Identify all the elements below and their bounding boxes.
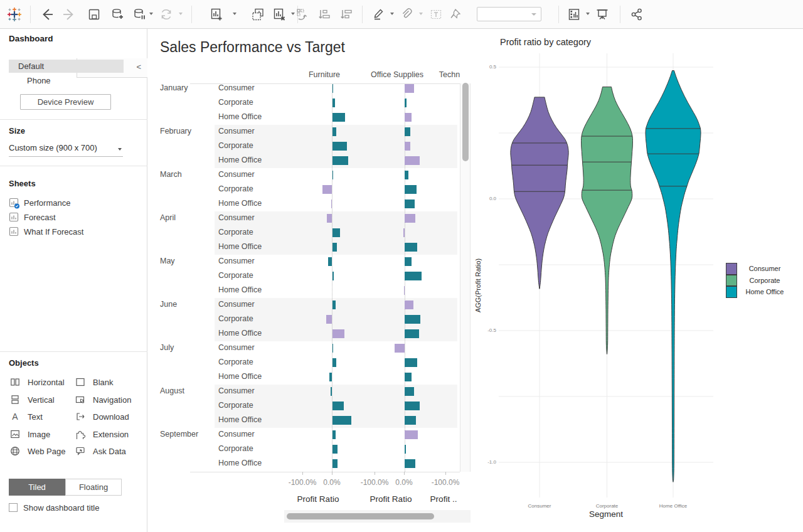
fit-selector[interactable] (477, 7, 541, 21)
violin-home-office[interactable] (646, 71, 701, 482)
sheet-item-what-if-forecast[interactable]: What If Forecast (9, 226, 134, 239)
share-button[interactable] (629, 6, 645, 23)
sheet-item-forecast[interactable]: Forecast (9, 212, 134, 225)
bar-mark[interactable] (405, 315, 420, 324)
legend-swatch-consumer[interactable] (726, 263, 737, 275)
bar-mark[interactable] (332, 98, 335, 107)
bar-mark[interactable] (405, 185, 417, 194)
presentation-mode-button[interactable] (594, 6, 610, 23)
chevron-down-icon[interactable] (419, 13, 423, 15)
chevron-down-icon[interactable] (233, 13, 237, 15)
attach-button[interactable] (398, 6, 415, 23)
sheet-item-performance[interactable]: Performance (9, 198, 134, 210)
bar-mark[interactable] (405, 214, 415, 223)
floating-button[interactable]: Floating (65, 479, 122, 496)
bar-mark[interactable] (405, 402, 420, 410)
bar-mark[interactable] (405, 301, 413, 309)
bar-mark[interactable] (327, 214, 332, 223)
bar-mark[interactable] (405, 358, 417, 367)
bar-mark[interactable] (405, 459, 415, 468)
chevron-down-icon[interactable] (390, 13, 394, 15)
sort-ascending-button[interactable] (316, 6, 332, 23)
object-item-ask-data[interactable]: Ask Data (75, 445, 136, 458)
bar-mark[interactable] (332, 430, 336, 439)
device-item-phone[interactable]: Phone (9, 74, 124, 87)
bar-mark[interactable] (405, 84, 414, 93)
bar-mark[interactable] (332, 228, 340, 237)
horizontal-scrollbar-thumb[interactable] (287, 513, 434, 519)
pause-updates-button[interactable] (131, 6, 147, 23)
vertical-scrollbar-thumb[interactable] (462, 83, 469, 161)
bar-mark[interactable] (332, 171, 334, 179)
bar-mark[interactable] (405, 387, 414, 396)
bar-mark[interactable] (329, 373, 332, 381)
new-worksheet-button[interactable] (208, 6, 225, 23)
bar-mark[interactable] (403, 228, 405, 237)
show-dashboard-title-checkbox[interactable] (9, 503, 18, 512)
bar-mark[interactable] (405, 200, 415, 208)
bar-mark[interactable] (328, 257, 332, 266)
bar-mark[interactable] (332, 329, 345, 338)
object-item-extension[interactable]: Extension (75, 428, 136, 441)
clear-sheet-button[interactable] (271, 6, 287, 23)
bar-mark[interactable] (332, 84, 334, 93)
swap-rows-columns-button[interactable] (294, 6, 311, 23)
bar-mark[interactable] (405, 257, 412, 266)
bar-mark[interactable] (322, 185, 332, 194)
device-item-default[interactable]: Default (9, 60, 124, 73)
object-item-blank[interactable]: Blank (75, 376, 136, 389)
tiled-button[interactable]: Tiled (9, 479, 65, 496)
highlight-button[interactable] (371, 6, 387, 23)
bar-mark[interactable] (332, 127, 336, 136)
bar-mark[interactable] (332, 113, 345, 122)
object-item-horizontal[interactable]: Horizontal (10, 376, 70, 389)
bar-mark[interactable] (405, 113, 412, 122)
device-preview-button[interactable]: Device Preview (20, 94, 111, 110)
size-dropdown[interactable]: Custom size (900 x 700) (9, 143, 123, 157)
object-item-text[interactable]: AText (10, 411, 70, 423)
bar-mark[interactable] (331, 200, 332, 208)
bar-mark[interactable] (405, 373, 412, 381)
bar-mark[interactable] (405, 156, 420, 165)
bar-mark[interactable] (405, 445, 406, 454)
chevron-down-icon[interactable] (586, 13, 590, 15)
bar-mark[interactable] (405, 98, 407, 107)
bar-mark[interactable] (405, 272, 422, 280)
bar-mark[interactable] (405, 142, 410, 151)
object-item-download[interactable]: Download (75, 411, 136, 423)
bar-mark[interactable] (332, 402, 344, 410)
show-me-button[interactable] (566, 6, 582, 23)
object-item-vertical[interactable]: Vertical (10, 394, 70, 407)
bar-mark[interactable] (405, 329, 419, 338)
object-item-web-page[interactable]: Web Page (10, 445, 70, 458)
bar-mark[interactable] (405, 171, 408, 179)
bar-mark[interactable] (405, 243, 417, 252)
bar-mark[interactable] (331, 387, 332, 396)
violin-consumer[interactable] (511, 97, 568, 289)
tab-dashboard[interactable]: Dashboard (9, 34, 53, 43)
bar-mark[interactable] (332, 445, 338, 454)
bar-mark[interactable] (332, 344, 334, 353)
bar-mark[interactable] (332, 243, 337, 252)
chevron-down-icon[interactable] (149, 13, 153, 15)
forward-button[interactable] (61, 6, 77, 23)
bar-mark[interactable] (405, 416, 416, 425)
collapse-pane-button[interactable]: < (136, 62, 141, 72)
bar-mark[interactable] (332, 156, 349, 165)
bar-mark[interactable] (404, 286, 405, 295)
sort-descending-button[interactable] (338, 6, 354, 23)
bar-mark[interactable] (332, 358, 336, 367)
chevron-down-icon[interactable] (179, 13, 183, 15)
bar-mark[interactable] (332, 416, 352, 425)
legend-swatch-home-office[interactable] (726, 286, 737, 298)
bar-mark[interactable] (326, 315, 332, 324)
legend-swatch-corporate[interactable] (726, 275, 737, 287)
object-item-navigation[interactable]: Navigation (75, 394, 136, 407)
bar-mark[interactable] (332, 142, 347, 151)
violin-corporate[interactable] (582, 87, 633, 354)
bar-mark[interactable] (405, 430, 418, 439)
add-data-source-button[interactable] (109, 6, 125, 23)
save-button[interactable] (86, 6, 102, 23)
bar-mark[interactable] (332, 272, 334, 280)
pin-button[interactable] (447, 6, 463, 23)
